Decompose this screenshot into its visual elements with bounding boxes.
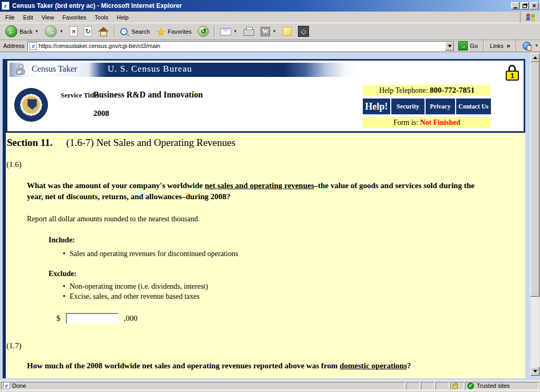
- search-label: Search: [131, 28, 150, 35]
- address-separator: [516, 40, 517, 52]
- header-info: Help Telephone: 800-772-7851 Help! Secur…: [363, 85, 491, 128]
- history-button[interactable]: ↺: [195, 24, 211, 39]
- menu-favorites[interactable]: Favorites: [58, 13, 90, 22]
- address-dropdown-button[interactable]: [445, 42, 454, 51]
- thousands-suffix: ,000: [124, 314, 138, 323]
- census-bureau-seal: [14, 88, 48, 122]
- address-input[interactable]: [38, 42, 445, 50]
- security-button[interactable]: Security: [391, 99, 425, 114]
- search-button[interactable]: Search: [118, 24, 152, 39]
- close-button[interactable]: ×: [530, 2, 538, 9]
- back-label: Back: [20, 28, 32, 35]
- back-dropdown-icon[interactable]: ▼: [34, 30, 38, 34]
- include-label: Include:: [49, 236, 75, 244]
- stop-button[interactable]: ×: [67, 24, 80, 39]
- question-1-7-number: (1.7): [6, 341, 22, 350]
- links-menu[interactable]: Links »: [486, 42, 514, 50]
- windows-flag-icon: [526, 14, 535, 21]
- census-taker-mascot-icon: [15, 64, 27, 76]
- question-1-6-number: (1.6): [6, 160, 22, 169]
- notes-button[interactable]: [280, 24, 294, 39]
- secure-lock-icon: 1: [506, 65, 519, 81]
- service-title-name: Business R&D and Innovation: [93, 90, 203, 100]
- status-panel: [436, 382, 449, 390]
- form-status-bar: Form is: Not Finished: [363, 117, 491, 128]
- ie-window-icon: e: [2, 2, 9, 10]
- back-icon: ←: [5, 25, 17, 37]
- question-1-6-text: What was the amount of your company's wo…: [27, 180, 478, 202]
- menu-help[interactable]: Help: [112, 13, 133, 22]
- note-icon: [283, 27, 292, 36]
- mail-dropdown-icon[interactable]: ▼: [233, 30, 237, 34]
- status-text: Done: [12, 383, 26, 389]
- contact-us-button[interactable]: Contact Us: [456, 99, 491, 114]
- scrollbar-thumb[interactable]: [531, 62, 539, 297]
- net-sales-definition-link[interactable]: net sales and operating revenues: [205, 181, 314, 190]
- bullet-icon: •: [63, 292, 70, 301]
- scroll-down-icon: [533, 370, 537, 373]
- survey-form: Section 11.(1.6-7) Net Sales and Operati…: [6, 133, 525, 378]
- restore-icon: [523, 4, 527, 8]
- section-heading: Section 11.(1.6-7) Net Sales and Operati…: [7, 137, 235, 149]
- net-sales-amount-input[interactable]: [66, 313, 119, 324]
- menu-view[interactable]: View: [37, 13, 59, 22]
- privacy-button[interactable]: Privacy: [426, 99, 455, 114]
- print-button[interactable]: [241, 24, 257, 39]
- census-header: Census Taker U. S. Census Bureau Service…: [6, 59, 525, 133]
- back-button[interactable]: ← Back ▼: [3, 24, 41, 39]
- search-icon: [120, 28, 128, 35]
- status-panel: [421, 382, 435, 390]
- addon-button[interactable]: ▼: [518, 42, 540, 50]
- history-icon: ↺: [198, 26, 209, 37]
- address-separator: [483, 40, 484, 52]
- status-panel: [406, 382, 420, 390]
- document-icon: e: [3, 382, 10, 389]
- security-zone-panel: ✓ Trusted sites: [465, 382, 539, 390]
- home-icon: [98, 27, 109, 36]
- menu-edit[interactable]: Edit: [19, 13, 37, 22]
- go-arrow-icon: →: [458, 41, 468, 51]
- toolbar-separator: [114, 26, 115, 37]
- address-label: Address: [2, 43, 27, 49]
- refresh-icon: ↻: [84, 26, 92, 36]
- forward-dropdown-icon[interactable]: ▼: [59, 30, 63, 34]
- minimize-button[interactable]: [511, 2, 519, 9]
- menu-tools[interactable]: Tools: [91, 13, 113, 22]
- stop-icon: ×: [70, 26, 78, 36]
- scroll-down-button[interactable]: [531, 367, 539, 376]
- page-favicon: e: [30, 42, 37, 50]
- scroll-up-button[interactable]: [531, 53, 539, 62]
- dollar-sign: $: [56, 314, 61, 323]
- menu-file[interactable]: File: [1, 13, 19, 22]
- word-dropdown-icon[interactable]: ▼: [272, 30, 276, 34]
- favorites-button[interactable]: ★ Favorites: [153, 24, 194, 39]
- header-nav: Help! Security Privacy Contact Us: [363, 99, 491, 114]
- edit-with-word-button[interactable]: W ▼: [258, 24, 279, 39]
- links-chevron-icon: »: [507, 42, 510, 50]
- go-label: Go: [470, 43, 478, 49]
- refresh-button[interactable]: ↻: [81, 24, 94, 39]
- page-content: Census Taker U. S. Census Bureau Service…: [3, 59, 525, 378]
- security-zone-label: Trusted sites: [477, 383, 510, 389]
- home-button[interactable]: [95, 24, 111, 39]
- status-bar: e Done ✓ Trusted sites: [0, 380, 540, 390]
- favorites-star-icon: ★: [156, 26, 166, 37]
- exclude-label: Exclude:: [49, 270, 76, 278]
- addon-dropdown-icon: ▼: [534, 44, 538, 48]
- help-button[interactable]: Help!: [363, 99, 390, 114]
- vertical-scrollbar[interactable]: [531, 53, 539, 376]
- forward-button[interactable]: → ▼: [42, 24, 66, 39]
- restore-button[interactable]: [520, 2, 529, 9]
- mail-button[interactable]: ▼: [218, 24, 240, 39]
- toolbar-separator: [214, 26, 215, 37]
- census-banner: Census Taker U. S. Census Bureau: [9, 63, 520, 77]
- scroll-up-icon: [533, 56, 537, 59]
- discuss-button[interactable]: ◇: [295, 24, 312, 39]
- padlock-icon: [452, 385, 458, 389]
- go-button[interactable]: → Go: [455, 41, 481, 51]
- exclude-item: •Excise, sales, and other revenue based …: [63, 292, 199, 301]
- service-title-year: 2008: [93, 109, 109, 118]
- domestic-operations-definition-link[interactable]: domestic operations: [340, 361, 407, 370]
- section-subtitle: (1.6-7) Net Sales and Operating Revenues: [66, 137, 236, 148]
- org-name: U. S. Census Bureau: [108, 64, 192, 74]
